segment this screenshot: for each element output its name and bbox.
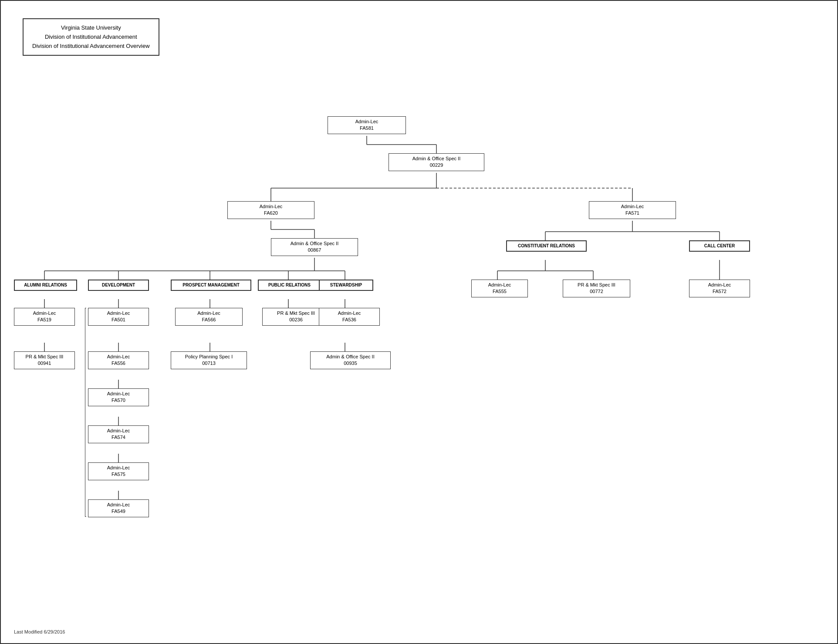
node-left-mid-staff-line2: 00867 (275, 247, 354, 253)
node-prospect1: Admin-Lec FA566 (175, 308, 243, 326)
node-stew1-line1: Admin-Lec (323, 310, 376, 317)
node-dev4: Admin-Lec FA574 (88, 425, 149, 443)
header-line1: Virginia State University (32, 24, 150, 33)
node-pr-header: PUBLIC RELATIONS (258, 280, 321, 291)
node-left-mid-line2: FA620 (231, 210, 311, 216)
node-right-mid-line2: FA571 (593, 210, 672, 216)
header-box: Virginia State University Division of In… (23, 18, 159, 56)
footer: Last Modified 6/29/2016 (14, 629, 65, 634)
node-dev-header: DEVELOPMENT (88, 280, 149, 291)
node-dev6: Admin-Lec FA549 (88, 499, 149, 517)
node-prospect1-line1: Admin-Lec (179, 310, 239, 317)
node-root-staff: Admin & Office Spec II 00229 (389, 153, 484, 171)
node-right-mid: Admin-Lec FA571 (589, 201, 676, 219)
node-call1-line1: Admin-Lec (693, 282, 746, 288)
node-stew2-line1: Admin & Office Spec II (314, 354, 387, 360)
node-left-mid-line1: Admin-Lec (231, 203, 311, 210)
node-stew2: Admin & Office Spec II 00935 (310, 351, 391, 369)
node-dev5-line2: FA575 (92, 471, 145, 478)
header-line3: Division of Institutional Advancement Ov… (32, 42, 150, 51)
node-prospect2-line2: 00713 (175, 360, 243, 367)
node-dev1: Admin-Lec FA501 (88, 308, 149, 326)
node-pr1-line1: PR & Mkt Spec III (266, 310, 326, 317)
node-root: Admin-Lec FA581 (328, 116, 406, 134)
node-alumni1: Admin-Lec FA519 (14, 308, 75, 326)
node-dev2-line1: Admin-Lec (92, 354, 145, 360)
node-left-mid-staff-line1: Admin & Office Spec II (275, 240, 354, 247)
org-chart: Admin-Lec FA581 Admin & Office Spec II 0… (1, 101, 837, 624)
node-dev6-line1: Admin-Lec (92, 502, 145, 508)
node-alumni1-line2: FA519 (18, 317, 71, 323)
node-dev5: Admin-Lec FA575 (88, 462, 149, 480)
node-root-staff-line2: 00229 (392, 162, 480, 169)
header-line2: Division of Institutional Advancement (32, 33, 150, 42)
node-const2-line2: 00772 (567, 288, 626, 295)
node-stew-label: STEWARDSHIP (323, 282, 369, 288)
node-prospect-header: PROSPECT MANAGEMENT (171, 280, 251, 291)
node-alumni1-line1: Admin-Lec (18, 310, 71, 317)
node-left-mid: Admin-Lec FA620 (227, 201, 314, 219)
node-alumni2-line2: 00941 (18, 360, 71, 367)
node-prospect-label: PROSPECT MANAGEMENT (175, 282, 247, 288)
node-prospect2: Policy Planning Spec I 00713 (171, 351, 247, 369)
node-dev2-line2: FA556 (92, 360, 145, 367)
node-left-mid-staff: Admin & Office Spec II 00867 (271, 238, 358, 256)
node-right-mid-line1: Admin-Lec (593, 203, 672, 210)
node-dev-label: DEVELOPMENT (92, 282, 145, 288)
node-dev1-line2: FA501 (92, 317, 145, 323)
node-dev6-line2: FA549 (92, 508, 145, 515)
node-dev4-line1: Admin-Lec (92, 428, 145, 434)
node-const1: Admin-Lec FA555 (471, 280, 528, 297)
node-root-line2: FA581 (331, 125, 402, 131)
node-root-line1: Admin-Lec (331, 118, 402, 125)
node-dev4-line2: FA574 (92, 434, 145, 441)
node-alumni2: PR & Mkt Spec III 00941 (14, 351, 75, 369)
node-alumni-label: ALUMNI RELATIONS (18, 282, 73, 288)
node-dev5-line1: Admin-Lec (92, 465, 145, 471)
node-const1-line1: Admin-Lec (475, 282, 524, 288)
node-call-label: CALL CENTER (693, 243, 746, 249)
node-dev3-line2: FA570 (92, 397, 145, 404)
node-call1: Admin-Lec FA572 (689, 280, 750, 297)
node-stew-header: STEWARDSHIP (319, 280, 373, 291)
page: Virginia State University Division of In… (0, 0, 838, 644)
node-const-header: CONSTITUENT RELATIONS (506, 240, 587, 252)
node-pr1-line2: 00236 (266, 317, 326, 323)
node-const1-line2: FA555 (475, 288, 524, 295)
node-pr-label: PUBLIC RELATIONS (262, 282, 317, 288)
node-prospect1-line2: FA566 (179, 317, 239, 323)
node-dev3-line1: Admin-Lec (92, 391, 145, 397)
node-stew1-line2: FA536 (323, 317, 376, 323)
node-alumni2-line1: PR & Mkt Spec III (18, 354, 71, 360)
node-call-header: CALL CENTER (689, 240, 750, 252)
node-const-label: CONSTITUENT RELATIONS (510, 243, 582, 249)
node-root-staff-line1: Admin & Office Spec II (392, 155, 480, 162)
node-prospect2-line1: Policy Planning Spec I (175, 354, 243, 360)
footer-text: Last Modified 6/29/2016 (14, 629, 65, 634)
node-const2: PR & Mkt Spec III 00772 (563, 280, 630, 297)
node-dev2: Admin-Lec FA556 (88, 351, 149, 369)
node-const2-line1: PR & Mkt Spec III (567, 282, 626, 288)
node-stew1: Admin-Lec FA536 (319, 308, 380, 326)
node-dev1-line1: Admin-Lec (92, 310, 145, 317)
node-call1-line2: FA572 (693, 288, 746, 295)
dev-bracket (85, 308, 86, 517)
node-dev3: Admin-Lec FA570 (88, 388, 149, 406)
node-alumni-header: ALUMNI RELATIONS (14, 280, 77, 291)
node-stew2-line2: 00935 (314, 360, 387, 367)
